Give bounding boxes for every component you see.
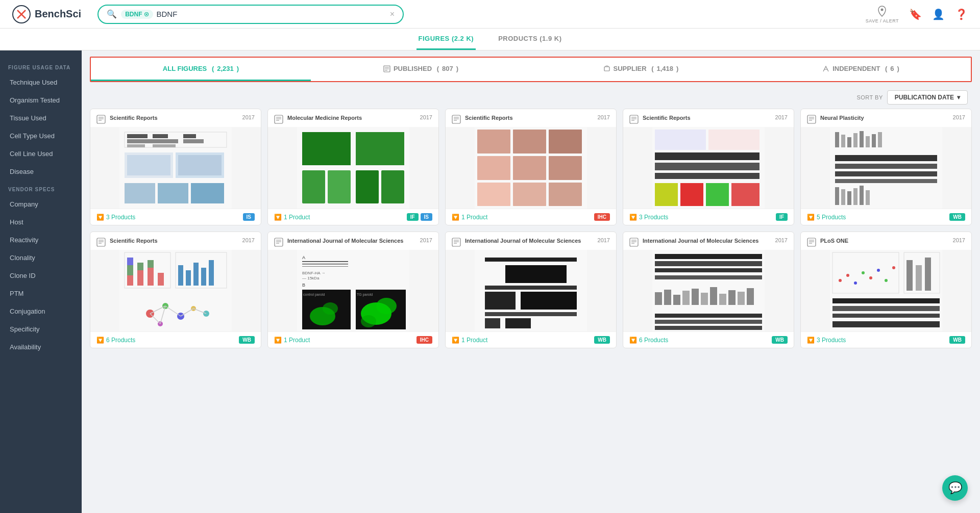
sidebar-item-reactivity[interactable]: Reactivity [0, 231, 82, 249]
card-9-products[interactable]: 🔽 6 Products [629, 337, 668, 344]
subtab-independent[interactable]: INDEPENDENT (6) [751, 58, 971, 81]
svg-rect-200 [916, 265, 922, 291]
card-4[interactable]: Scientific Reports 2017 [623, 109, 794, 225]
svg-rect-199 [906, 260, 913, 291]
svg-rect-148 [452, 238, 460, 246]
sidebar-item-company[interactable]: Company [0, 195, 82, 213]
sidebar-item-conjugation[interactable]: Conjugation [0, 302, 82, 320]
card-1[interactable]: Scientific Reports 2017 [90, 109, 261, 225]
svg-rect-202 [832, 298, 940, 303]
svg-rect-22 [153, 139, 178, 143]
svg-rect-42 [356, 170, 379, 203]
save-alert-button[interactable]: SAVE / ALERT [866, 5, 899, 23]
card-6[interactable]: Scientific Reports 2017 [90, 232, 261, 348]
clear-search-button[interactable]: × [390, 10, 395, 19]
card-10[interactable]: PLoS ONE 2017 [800, 232, 972, 348]
subtab-published[interactable]: PUBLISHED (807) [311, 58, 531, 81]
bookmark-icon[interactable]: 🔖 [909, 8, 922, 20]
sidebar-item-specificity[interactable]: Specificity [0, 320, 82, 338]
chat-bubble-button[interactable]: 💬 [942, 475, 968, 501]
sidebar-item-cell-line[interactable]: Cell Line Used [0, 145, 82, 163]
user-icon[interactable]: 👤 [932, 8, 945, 20]
sidebar-item-disease[interactable]: Disease [0, 163, 82, 181]
card-3-products[interactable]: 🔽 1 Product [452, 214, 487, 221]
card-5-products[interactable]: 🔽 5 Products [807, 214, 846, 221]
svg-rect-153 [485, 258, 577, 262]
svg-rect-201 [925, 258, 931, 291]
card-6-image [90, 250, 261, 331]
svg-rect-177 [719, 294, 726, 305]
card-9[interactable]: International Journal of Molecular Scien… [623, 232, 794, 348]
card-5[interactable]: Neural Plasticity 2017 [800, 109, 972, 225]
card-4-products[interactable]: 🔽 3 Products [629, 214, 668, 221]
sidebar-item-organism[interactable]: Organism Tested [0, 91, 82, 109]
sidebar-item-technique[interactable]: Technique Used [0, 73, 82, 91]
svg-rect-23 [153, 144, 176, 147]
logo[interactable]: BenchSci [12, 5, 81, 23]
tab-figures[interactable]: FIGURES (2.2 K) [416, 29, 476, 50]
svg-rect-204 [832, 314, 940, 318]
tag-wb: WB [949, 336, 965, 344]
svg-rect-68 [655, 183, 678, 206]
svg-text:BDNF-HA →: BDNF-HA → [302, 271, 325, 275]
card-6-tags: WB [239, 336, 255, 344]
svg-rect-134 [302, 264, 348, 265]
sidebar-item-clone-id[interactable]: Clone ID [0, 267, 82, 285]
sidebar-section-vendor-specs: VENDOR SPECS [0, 181, 82, 195]
card-3-tags: IHC [594, 213, 610, 221]
tag-is: IS [243, 213, 255, 221]
search-bar: 🔍 BDNF × [97, 5, 404, 24]
svg-rect-167 [655, 261, 762, 266]
svg-rect-43 [381, 170, 404, 203]
search-tag[interactable]: BDNF [121, 10, 153, 19]
sidebar-item-clonality[interactable]: Clonality [0, 249, 82, 267]
svg-rect-158 [485, 312, 577, 316]
card-6-products[interactable]: 🔽 6 Products [96, 337, 135, 344]
card-7-products[interactable]: 🔽 1 Product [274, 337, 310, 344]
svg-rect-113 [201, 268, 206, 286]
svg-rect-159 [485, 318, 500, 328]
subtab-supplier[interactable]: SUPPLIER (1,418) [531, 58, 751, 81]
card-3-journal: Scientific Reports [465, 114, 594, 121]
svg-rect-64 [708, 130, 760, 150]
svg-rect-57 [549, 183, 582, 206]
card-8-header: International Journal of Molecular Scien… [446, 232, 616, 250]
svg-rect-33 [275, 115, 283, 123]
sort-button[interactable]: PUBLICATION DATE ▾ [887, 90, 968, 105]
sidebar-item-tissue[interactable]: Tissue Used [0, 109, 82, 127]
card-3[interactable]: Scientific Reports 2017 [445, 109, 617, 225]
card-2-products[interactable]: 🔽 1 Product [274, 214, 310, 221]
card-4-image [623, 127, 794, 209]
card-1-products[interactable]: 🔽 3 Products [96, 214, 135, 221]
sidebar-item-availability[interactable]: Availability [0, 338, 82, 356]
svg-rect-32 [191, 183, 224, 203]
search-input[interactable] [156, 10, 385, 18]
card-8[interactable]: International Journal of Molecular Scien… [445, 232, 617, 348]
card-8-products[interactable]: 🔽 1 Product [452, 337, 487, 344]
sidebar-item-cell-type[interactable]: Cell Type Used [0, 127, 82, 145]
card-7[interactable]: International Journal of Molecular Scien… [267, 232, 439, 348]
tabs-bar: FIGURES (2.2 K) PRODUCTS (1.9 K) [0, 29, 980, 50]
main-layout: FIGURE USAGE DATA Technique Used Organis… [0, 50, 980, 513]
sidebar-item-ptm[interactable]: PTM [0, 285, 82, 302]
svg-rect-102 [127, 265, 133, 275]
tab-products[interactable]: PRODUCTS (1.9 K) [496, 29, 564, 50]
card-2-footer: 🔽 1 Product IF IS [268, 209, 438, 225]
svg-rect-108 [158, 273, 164, 286]
svg-text:B: B [302, 283, 305, 288]
svg-rect-66 [655, 163, 760, 170]
card-8-footer: 🔽 1 Product WB [446, 331, 616, 348]
svg-point-195 [877, 269, 880, 272]
card-2[interactable]: Molecular Medicine Reports 2017 [267, 109, 439, 225]
svg-rect-86 [835, 164, 937, 169]
tag-eye-icon [144, 12, 149, 17]
subtab-all-figures[interactable]: ALL FIGURES (2,231) [91, 58, 311, 81]
card-5-image [801, 127, 971, 209]
help-icon[interactable]: ❓ [955, 8, 968, 20]
card-10-products[interactable]: 🔽 3 Products [807, 337, 846, 344]
sort-label: SORT BY [856, 94, 883, 100]
sidebar-item-host[interactable]: Host [0, 213, 82, 231]
svg-rect-175 [701, 293, 708, 305]
svg-point-142 [323, 302, 338, 315]
svg-point-194 [869, 276, 872, 279]
